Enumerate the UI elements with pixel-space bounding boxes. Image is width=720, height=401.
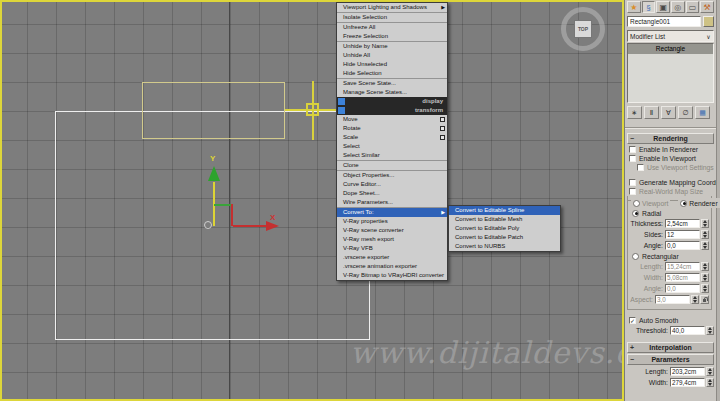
- menu-item-save-scene-state[interactable]: Save Scene State...: [337, 79, 447, 88]
- aspect-lock-button[interactable]: [700, 295, 709, 304]
- spinner-control[interactable]: [701, 241, 709, 250]
- spinner-down-icon[interactable]: [708, 383, 712, 386]
- rollout-header-interpolation[interactable]: + Interpolation: [627, 342, 714, 353]
- spinner-down-icon[interactable]: [703, 246, 707, 249]
- spinner-control[interactable]: [701, 219, 709, 228]
- top-viewport[interactable]: Y X TOP www.dijitaldevs.c: [0, 0, 624, 401]
- modifier-stack-list[interactable]: Rectangle: [627, 43, 714, 103]
- quad-indicator-icon[interactable]: [338, 98, 345, 105]
- spinner-down-icon[interactable]: [693, 300, 697, 303]
- menu-item-vrscene-exporter[interactable]: .vrscene exporter: [337, 253, 447, 262]
- field-input-thickness[interactable]: 2,54cm: [665, 219, 700, 228]
- show-end-result-button[interactable]: Ⅱ: [644, 106, 659, 119]
- radio-renderer[interactable]: [680, 200, 687, 207]
- menu-item-v-ray-mesh-export[interactable]: V-Ray mesh export: [337, 235, 447, 244]
- stack-entry-rectangle[interactable]: Rectangle: [628, 44, 713, 54]
- menu-item-move[interactable]: Move: [337, 115, 447, 124]
- radio-viewport[interactable]: [633, 200, 640, 207]
- rollout-header-rendering[interactable]: − Rendering: [627, 133, 714, 144]
- field-input-threshold[interactable]: 40,0: [670, 326, 705, 335]
- field-input-aspect[interactable]: 3,0: [655, 295, 690, 304]
- field-input-width[interactable]: 5,08cm: [665, 273, 700, 282]
- menu-item-select-similar[interactable]: Select Similar: [337, 151, 447, 160]
- pin-stack-button[interactable]: ∗: [627, 106, 642, 119]
- gizmo-x-axis[interactable]: [233, 225, 267, 227]
- menu-item-unhide-all[interactable]: Unhide All: [337, 51, 447, 60]
- checkbox-enable-in-renderer[interactable]: [629, 146, 636, 153]
- gizmo-y-arrowhead-icon[interactable]: [208, 166, 220, 181]
- field-input-length[interactable]: 15,24cm: [665, 262, 700, 271]
- spinner-down-icon[interactable]: [703, 289, 707, 292]
- spinner-control[interactable]: [691, 295, 699, 304]
- spinner-control[interactable]: [706, 326, 714, 335]
- menu-item-freeze-selection[interactable]: Freeze Selection: [337, 32, 447, 41]
- menu-item-rotate[interactable]: Rotate: [337, 124, 447, 133]
- spinner-control[interactable]: [701, 230, 709, 239]
- menu-item-manage-scene-states[interactable]: Manage Scene States...: [337, 88, 447, 97]
- tab-hierarchy[interactable]: ▣: [656, 1, 670, 13]
- spinner-down-icon[interactable]: [703, 224, 707, 227]
- submenu-item-convert-to-nurbs[interactable]: Convert to NURBS: [449, 242, 560, 251]
- tab-motion[interactable]: ◎: [671, 1, 685, 13]
- settings-box-icon[interactable]: [440, 117, 445, 122]
- quad-indicator-icon[interactable]: [338, 107, 345, 114]
- spinner-down-icon[interactable]: [708, 372, 712, 375]
- spinner-down-icon[interactable]: [703, 235, 707, 238]
- gizmo-x-arrowhead-icon[interactable]: [266, 221, 279, 231]
- menu-item-convert-to[interactable]: Convert To:▶: [337, 208, 447, 217]
- menu-item-object-properties[interactable]: Object Properties...: [337, 171, 447, 180]
- spinner-down-icon[interactable]: [703, 278, 707, 281]
- rectangle-spline-selected[interactable]: [142, 82, 285, 139]
- rollout-header-parameters[interactable]: − Parameters: [627, 354, 714, 365]
- menu-item-v-ray-scene-converter[interactable]: V-Ray scene converter: [337, 226, 447, 235]
- make-unique-button[interactable]: ∀: [661, 106, 676, 119]
- viewcube-top-face[interactable]: TOP: [574, 20, 592, 38]
- spinner-down-icon[interactable]: [703, 267, 707, 270]
- tab-display[interactable]: ▭: [686, 1, 700, 13]
- spinner-control[interactable]: [701, 284, 709, 293]
- gizmo-xy-plane-handle-red[interactable]: [231, 204, 233, 226]
- menu-item-dope-sheet[interactable]: Dope Sheet...: [337, 189, 447, 198]
- radio-radial[interactable]: [632, 210, 639, 217]
- submenu-item-convert-to-editable-mesh[interactable]: Convert to Editable Mesh: [449, 215, 560, 224]
- spinner-down-icon[interactable]: [708, 331, 712, 334]
- spinner-control[interactable]: [706, 378, 714, 387]
- checkbox-generate-mapping-coords[interactable]: [629, 179, 636, 186]
- tab-modify[interactable]: §: [642, 1, 656, 13]
- menu-item-isolate-selection[interactable]: Isolate Selection: [337, 13, 447, 22]
- checkbox-enable-in-viewport[interactable]: [629, 155, 636, 162]
- menu-item-scale[interactable]: Scale: [337, 133, 447, 142]
- menu-item-unfreeze-all[interactable]: Unfreeze All: [337, 23, 447, 32]
- spinner-control[interactable]: [701, 273, 709, 282]
- menu-item-select[interactable]: Select: [337, 142, 447, 151]
- field-input-angle[interactable]: 0,0: [665, 284, 700, 293]
- object-name-field[interactable]: Rectangle001: [627, 16, 701, 27]
- submenu-item-convert-to-editable-patch[interactable]: Convert to Editable Patch: [449, 233, 560, 242]
- field-input-width[interactable]: 279,4cm: [670, 378, 705, 387]
- submenu-item-convert-to-editable-poly[interactable]: Convert to Editable Poly: [449, 224, 560, 233]
- menu-item-v-ray-vfb[interactable]: V-Ray VFB: [337, 244, 447, 253]
- field-input-angle[interactable]: 0,0: [665, 241, 700, 250]
- object-color-swatch[interactable]: [703, 16, 714, 27]
- menu-item-hide-unselected[interactable]: Hide Unselected: [337, 60, 447, 69]
- radio-rectangular[interactable]: [632, 253, 639, 260]
- remove-modifier-button[interactable]: ∅: [678, 106, 693, 119]
- spinner-control[interactable]: [701, 262, 709, 271]
- viewcube[interactable]: TOP: [560, 6, 606, 52]
- tab-create[interactable]: ★: [627, 1, 641, 13]
- checkbox-auto-smooth[interactable]: ✓: [629, 317, 636, 324]
- menu-item-curve-editor[interactable]: Curve Editor...: [337, 180, 447, 189]
- menu-item-unhide-by-name[interactable]: Unhide by Name: [337, 42, 447, 51]
- settings-box-icon[interactable]: [440, 126, 445, 131]
- settings-box-icon[interactable]: [440, 135, 445, 140]
- field-input-sides[interactable]: 12: [665, 230, 700, 239]
- menu-item-viewport-lighting-and-shadows[interactable]: Viewport Lighting and Shadows▶: [337, 3, 447, 12]
- menu-item-wire-parameters[interactable]: Wire Parameters...: [337, 198, 447, 207]
- field-input-length[interactable]: 203,2cm: [670, 367, 705, 376]
- menu-item-vrscene-animation-exporter[interactable]: .vrscene animation exporter: [337, 262, 447, 271]
- gizmo-xy-plane-handle-green[interactable]: [214, 204, 232, 206]
- menu-item-v-ray-bitmap-to-vrayhdri-converter[interactable]: V-Ray Bitmap to VRayHDRI converter: [337, 271, 447, 280]
- tab-utilities[interactable]: ⚒: [700, 1, 714, 13]
- configure-modifier-sets-button[interactable]: ▦: [695, 106, 710, 119]
- submenu-item-convert-to-editable-spline[interactable]: Convert to Editable Spline: [449, 206, 560, 215]
